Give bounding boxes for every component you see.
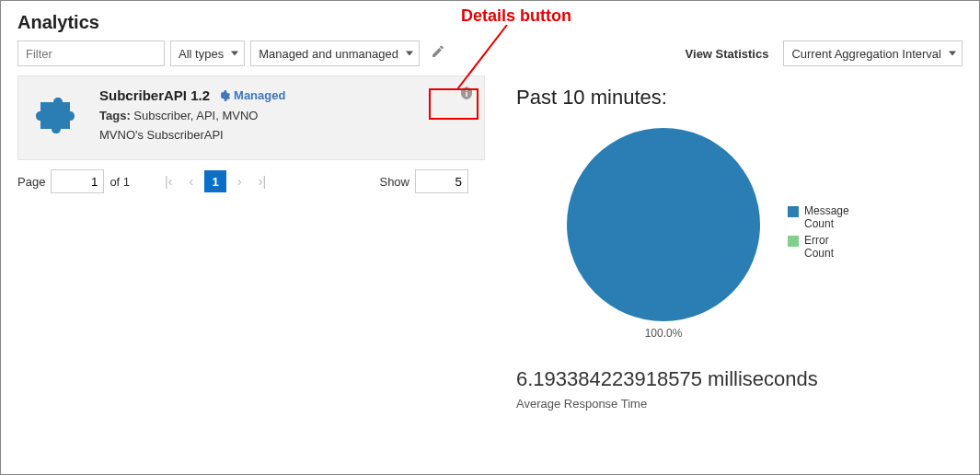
chevron-down-icon xyxy=(231,52,238,56)
chevron-down-icon xyxy=(949,52,956,56)
api-title: SubcriberAPI 1.2 xyxy=(99,87,210,103)
interval-select[interactable]: Current Aggregation Interval xyxy=(783,41,963,66)
last-page-button[interactable]: ›| xyxy=(253,170,271,192)
prev-page-button[interactable]: ‹ xyxy=(183,170,199,192)
next-page-button[interactable]: › xyxy=(232,170,248,192)
past-title: Past 10 minutes: xyxy=(516,86,967,110)
managed-label: Managed xyxy=(234,88,285,102)
page-input[interactable] xyxy=(51,169,104,193)
show-input[interactable] xyxy=(415,169,468,193)
types-select[interactable]: All types xyxy=(170,41,245,66)
legend-swatch-message xyxy=(788,206,799,217)
interval-select-label: Current Aggregation Interval xyxy=(791,47,941,61)
types-select-label: All types xyxy=(179,47,224,61)
chevron-down-icon xyxy=(406,52,413,56)
toolbar: All types Managed and unmanaged View Sta… xyxy=(1,41,979,75)
tags-label: Tags: xyxy=(99,109,131,122)
puzzle-icon xyxy=(31,87,86,143)
api-description: MVNO's SubscriberAPI xyxy=(99,128,471,142)
managed-select-label: Managed and unmanaged xyxy=(259,47,398,61)
page-title: Analytics xyxy=(1,1,979,41)
page-label: Page xyxy=(17,175,45,189)
filter-input[interactable] xyxy=(17,41,165,66)
stats-panel: Past 10 minutes: 100.0% Message Count Er… xyxy=(516,86,967,411)
pie-percent-label: 100.0% xyxy=(567,327,760,340)
legend-swatch-error xyxy=(788,236,799,247)
response-time-label: Average Response Time xyxy=(516,397,967,411)
legend-message-label: Message Count xyxy=(804,204,849,230)
show-label: Show xyxy=(379,175,409,189)
gear-icon xyxy=(217,89,230,102)
first-page-button[interactable]: |‹ xyxy=(159,170,178,192)
pencil-icon[interactable] xyxy=(431,44,445,63)
details-button[interactable] xyxy=(458,84,477,102)
view-statistics-label: View Statistics xyxy=(686,47,769,61)
managed-badge: Managed xyxy=(217,88,285,102)
info-icon xyxy=(460,86,475,100)
pie-chart xyxy=(567,128,760,321)
response-time-value: 6.193384223918575 milliseconds xyxy=(516,367,967,391)
tags-value: Subscriber, API, MVNO xyxy=(133,109,258,122)
legend-error-label: Error Count xyxy=(804,234,834,260)
page-of-label: of 1 xyxy=(110,175,130,189)
current-page[interactable]: 1 xyxy=(204,170,226,192)
pager: Page of 1 |‹ ‹ 1 › ›| Show xyxy=(1,160,485,203)
legend: Message Count Error Count xyxy=(788,204,849,263)
api-card[interactable]: SubcriberAPI 1.2 Managed Tags: Subscribe… xyxy=(17,75,485,160)
managed-select[interactable]: Managed and unmanaged xyxy=(250,41,420,66)
